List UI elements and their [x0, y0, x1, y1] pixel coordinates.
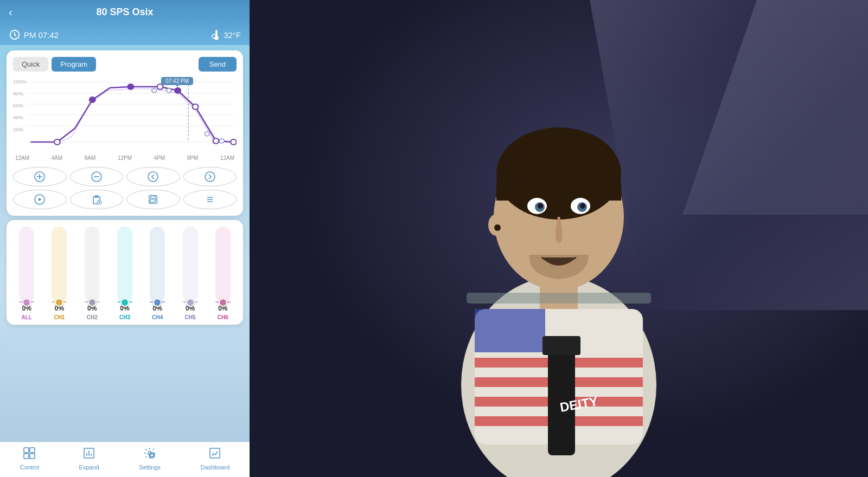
next-button[interactable] [183, 167, 237, 186]
nav-item-expand[interactable]: Expand [79, 447, 99, 470]
x-label-8am: 8AM [85, 155, 96, 161]
x-label-4pm: 4PM [154, 155, 165, 161]
chart-tooltip: 07:42 PM [161, 77, 193, 85]
svg-marker-36 [39, 198, 42, 201]
svg-rect-63 [210, 448, 220, 458]
svg-point-18 [127, 84, 133, 89]
back-button[interactable]: ‹ [9, 6, 12, 18]
control-row-2 [13, 190, 237, 209]
page-title: 80 SPS Osix [96, 7, 153, 18]
nav-label-settings: Settings [139, 464, 161, 470]
control-row-1 [13, 167, 237, 186]
program-card: Quick Program Send 07:42 PM 100% 80% 60%… [7, 50, 243, 216]
nav-label-control: Control [20, 464, 39, 470]
time-value: PM 07:42 [24, 30, 59, 40]
svg-point-20 [175, 88, 181, 93]
nav-item-control[interactable]: Control [20, 447, 39, 470]
x-label-12am-end: 12AM [220, 155, 234, 161]
slider-track-ch1[interactable] [52, 227, 67, 302]
nav-label-expand: Expand [79, 464, 99, 470]
channel-col-ch5: 0% CH5 [174, 227, 206, 320]
svg-point-24 [152, 88, 157, 93]
chart-x-labels: 12AM 4AM 8AM 12PM 4PM 8PM 12AM [13, 155, 237, 161]
x-label-12am: 12AM [15, 155, 29, 161]
nav-icon-settings [143, 447, 156, 462]
channel-col-ch3: 0% CH3 [109, 227, 141, 320]
svg-text:60%: 60% [13, 103, 24, 108]
channel-label-all: ALL [21, 314, 31, 320]
svg-point-17 [90, 97, 95, 102]
svg-line-62 [151, 454, 151, 455]
list-button[interactable] [183, 190, 237, 209]
svg-point-26 [205, 132, 209, 136]
person-figure: DEITY [369, 33, 749, 477]
svg-point-74 [538, 203, 543, 209]
svg-text:20%: 20% [13, 127, 24, 132]
svg-text:80%: 80% [13, 91, 24, 96]
prev-button[interactable] [126, 167, 180, 186]
channel-col-ch2: 0% CH2 [76, 227, 108, 320]
svg-text:40%: 40% [13, 115, 24, 120]
slider-track-ch3[interactable] [117, 227, 132, 302]
play-button[interactable] [13, 190, 67, 209]
chart-svg: 100% 80% 60% 40% 20% [13, 77, 237, 153]
svg-rect-85 [467, 293, 651, 304]
svg-rect-83 [542, 336, 580, 355]
nav-icon-dashboard [208, 447, 221, 462]
svg-point-16 [54, 139, 60, 145]
svg-point-34 [205, 172, 215, 182]
slider-track-ch4[interactable] [150, 227, 165, 302]
temp-display: 32°F [212, 29, 241, 41]
remove-button[interactable] [70, 167, 124, 186]
channel-label-ch6: CH6 [218, 314, 228, 320]
nav-item-settings[interactable]: Settings [139, 447, 161, 470]
nav-label-dashboard: Dashboard [200, 464, 229, 470]
video-panel: DEITY [250, 0, 868, 477]
svg-point-23 [231, 139, 237, 145]
chart-area: 07:42 PM 100% 80% 60% 40% 20% [13, 77, 237, 164]
temp-value: 32°F [224, 30, 241, 40]
channel-label-ch2: CH2 [87, 314, 98, 320]
clipboard-button[interactable] [70, 190, 124, 209]
slider-track-ch5[interactable] [183, 227, 198, 302]
channels-row: 0% ALL 0% CH1 0% CH2 0% [11, 227, 239, 320]
x-label-8pm: 8PM [187, 155, 199, 161]
svg-point-27 [220, 139, 225, 143]
slider-track-ch6[interactable] [215, 227, 231, 302]
slider-track-ch2[interactable] [85, 227, 100, 302]
channel-col-all: 0% ALL [11, 227, 42, 320]
svg-point-2 [215, 36, 218, 40]
quick-tab[interactable]: Quick [13, 57, 48, 72]
svg-rect-54 [30, 454, 35, 459]
svg-point-25 [167, 88, 171, 93]
send-button[interactable]: Send [199, 57, 237, 72]
time-display: PM 07:42 [9, 29, 59, 41]
nav-item-dashboard[interactable]: Dashboard [200, 447, 229, 470]
main-content: Quick Program Send 07:42 PM 100% 80% 60%… [0, 45, 250, 442]
channel-label-ch5: CH5 [185, 314, 196, 320]
save-button[interactable] [126, 190, 180, 209]
svg-point-75 [580, 203, 585, 209]
svg-rect-3 [216, 30, 217, 36]
svg-rect-53 [24, 454, 29, 459]
svg-point-33 [148, 172, 158, 182]
slider-track-all[interactable] [19, 227, 34, 302]
app-header: ‹ 80 SPS Osix [0, 0, 250, 24]
nav-icon-expand [82, 447, 95, 462]
x-label-4am: 4AM [52, 155, 63, 161]
svg-rect-81 [475, 309, 545, 352]
tab-row: Quick Program Send [13, 57, 237, 72]
channels-card: 0% ALL 0% CH1 0% CH2 0% [7, 220, 243, 325]
svg-point-21 [193, 104, 199, 109]
bottom-nav: Control Expand Settings Dashboard [0, 442, 250, 477]
program-tab[interactable]: Program [52, 57, 96, 72]
channel-col-ch4: 0% CH4 [142, 227, 173, 320]
channel-label-ch4: CH4 [152, 314, 163, 320]
channel-label-ch3: CH3 [119, 314, 130, 320]
x-label-12pm: 12PM [118, 155, 132, 161]
svg-rect-52 [30, 448, 35, 453]
add-button[interactable] [13, 167, 67, 186]
svg-rect-51 [24, 448, 29, 453]
phone-panel: ‹ 80 SPS Osix PM 07:42 32°F [0, 0, 250, 477]
svg-point-22 [213, 138, 219, 144]
